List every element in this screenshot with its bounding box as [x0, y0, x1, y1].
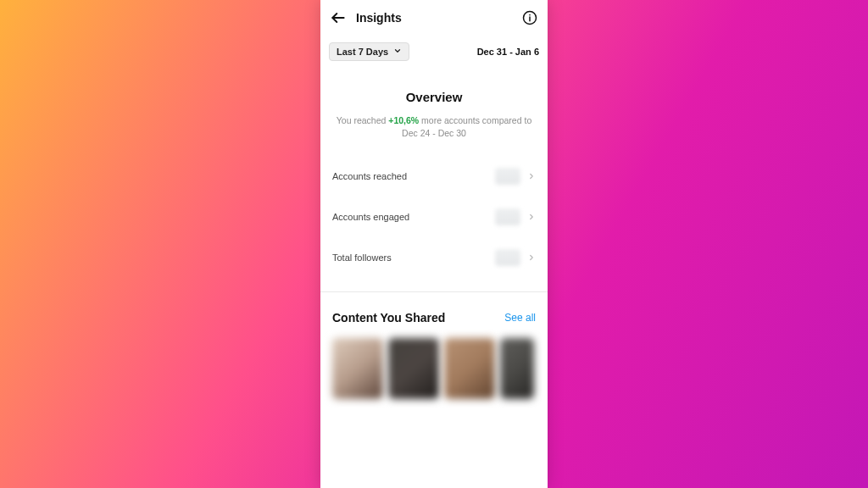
metric-accounts-engaged[interactable]: Accounts engaged — [320, 197, 548, 237]
page-title: Insights — [356, 11, 402, 25]
metric-list: Accounts reached Accounts engaged — [320, 156, 548, 278]
content-thumbnail[interactable] — [500, 338, 534, 399]
app-header: Insights — [320, 0, 548, 36]
overview-title: Overview — [332, 90, 536, 104]
metric-total-followers[interactable]: Total followers — [320, 237, 548, 278]
content-thumbnail[interactable] — [444, 338, 495, 399]
content-thumbnail[interactable] — [332, 338, 383, 399]
see-all-link[interactable]: See all — [504, 312, 536, 324]
content-thumbnail[interactable] — [388, 338, 439, 399]
overview-compare-range: Dec 24 - Dec 30 — [402, 128, 466, 138]
content-thumbnails — [320, 333, 548, 399]
metric-label: Total followers — [332, 252, 392, 263]
content-section-header: Content You Shared See all — [320, 292, 548, 333]
metric-value-group — [495, 168, 536, 185]
date-range-label: Last 7 Days — [337, 47, 388, 57]
metric-label: Accounts engaged — [332, 212, 409, 222]
metric-value-blurred — [495, 249, 520, 266]
chevron-right-icon — [527, 171, 536, 181]
header-left: Insights — [329, 8, 402, 27]
metric-label: Accounts reached — [332, 171, 407, 181]
chevron-right-icon — [527, 212, 536, 222]
overview-pretext: You reached — [337, 115, 389, 125]
overview-percentage: +10,6% — [388, 115, 419, 125]
overview-section: Overview You reached +10,6% more account… — [320, 90, 548, 139]
svg-point-3 — [529, 14, 531, 16]
phone-screen: Insights Last 7 Days Dec 31 - Jan 6 Over… — [320, 0, 548, 488]
content-section-title: Content You Shared — [332, 311, 445, 324]
metric-value-group — [495, 249, 536, 266]
metric-accounts-reached[interactable]: Accounts reached — [320, 156, 548, 197]
overview-subtext: You reached +10,6% more accounts compare… — [332, 114, 536, 139]
info-icon[interactable] — [520, 8, 539, 27]
back-arrow-icon[interactable] — [329, 8, 348, 27]
filter-row: Last 7 Days Dec 31 - Jan 6 — [320, 41, 548, 63]
active-date-range: Dec 31 - Jan 6 — [477, 47, 539, 57]
chevron-down-icon — [393, 47, 402, 57]
metric-value-blurred — [495, 168, 520, 185]
metric-value-blurred — [495, 208, 520, 225]
metric-value-group — [495, 208, 536, 225]
chevron-right-icon — [527, 252, 536, 263]
gradient-background: Insights Last 7 Days Dec 31 - Jan 6 Over… — [0, 0, 868, 488]
date-range-selector[interactable]: Last 7 Days — [329, 42, 409, 61]
overview-midtext: more accounts compared to — [419, 115, 531, 125]
